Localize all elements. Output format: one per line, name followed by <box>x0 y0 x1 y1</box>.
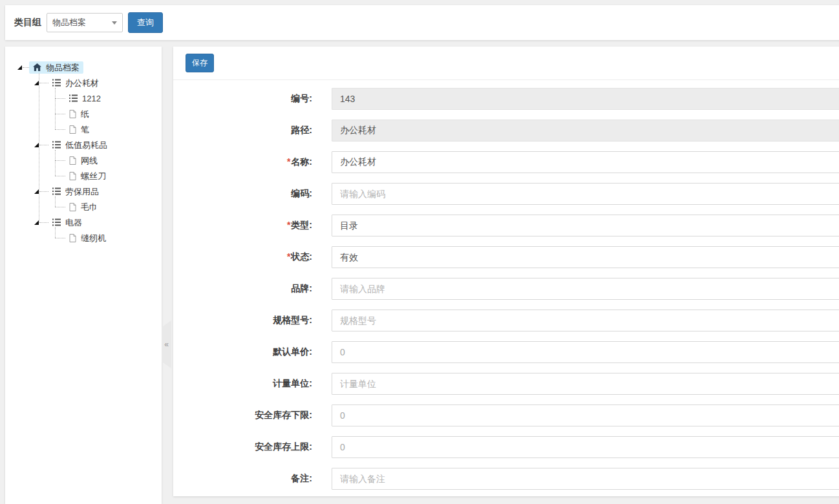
tree-node[interactable]: 劳保用品 <box>48 185 103 198</box>
type-label: *类型: <box>173 220 312 231</box>
tree-row: 纸 <box>17 106 159 121</box>
remark-label: 备注: <box>173 473 312 485</box>
tree-expand-icon[interactable] <box>34 189 39 194</box>
tree-node[interactable]: 办公耗材 <box>48 77 103 89</box>
tree-connector <box>39 191 48 192</box>
stock-lower-input[interactable] <box>332 404 839 426</box>
number-label: 编号: <box>173 93 312 105</box>
form-row-brand: 品牌: <box>173 278 839 300</box>
required-mark: * <box>287 220 290 230</box>
form-row-unit: 计量单位: <box>173 373 839 395</box>
stock-upper-label: 安全库存上限: <box>173 441 312 453</box>
tree-node[interactable]: 网线 <box>65 154 101 167</box>
tree-node[interactable]: 笔 <box>65 123 93 136</box>
tree-node-label: 物品档案 <box>46 63 80 72</box>
tree-connector <box>55 207 65 207</box>
remark-input[interactable] <box>332 468 839 490</box>
tree-row: 低值易耗品 <box>17 137 159 152</box>
category-group-label: 类目组 <box>14 17 41 28</box>
path-label: 路径: <box>173 125 312 136</box>
file-icon <box>69 110 76 118</box>
code-input[interactable] <box>332 183 839 205</box>
file-icon <box>69 156 76 165</box>
tree-node-label: 低值易耗品 <box>65 141 107 149</box>
spec-input[interactable] <box>332 310 839 331</box>
brand-input[interactable] <box>332 278 839 300</box>
tree-node[interactable]: 低值易耗品 <box>48 139 111 151</box>
tree-connector <box>23 67 29 68</box>
tree-node-root[interactable]: 物品档案 <box>29 61 83 74</box>
default-price-label: 默认单价: <box>173 346 312 358</box>
tree-expand-icon[interactable] <box>34 220 39 226</box>
tree-row: 1212 <box>17 90 159 106</box>
list-icon <box>52 187 61 195</box>
tree-node[interactable]: 螺丝刀 <box>65 170 110 182</box>
number-input <box>332 88 839 110</box>
tree-children: 毛巾 <box>17 199 159 215</box>
list-icon <box>69 94 78 102</box>
tree-node-label: 笔 <box>81 125 89 134</box>
tree-node[interactable]: 1212 <box>65 92 105 105</box>
tree-node[interactable]: 纸 <box>65 108 93 120</box>
default-price-input[interactable] <box>332 341 839 363</box>
chevron-down-icon <box>112 21 117 25</box>
name-input[interactable] <box>332 151 839 173</box>
tree-node-label: 电器 <box>65 218 82 227</box>
detail-form-panel: 保存 编号: 路径: *名称: 编码: *类型: 目录 <box>173 47 839 496</box>
tree-connector <box>55 176 65 176</box>
tree-row: 笔 <box>17 121 159 137</box>
status-select[interactable]: 有效 <box>332 246 839 268</box>
tree-expand-icon[interactable] <box>34 80 39 86</box>
form-row-type: *类型: 目录 <box>173 215 839 236</box>
sidebar-collapse-handle[interactable]: « <box>162 320 171 368</box>
tree-node-label: 1212 <box>82 94 101 103</box>
code-label: 编码: <box>173 188 312 200</box>
tree-expand-icon[interactable] <box>34 142 39 148</box>
stock-lower-label: 安全库存下限: <box>173 410 312 421</box>
category-group-select[interactable]: 物品档案 <box>47 13 123 32</box>
tree-connector <box>39 222 48 223</box>
tree-row: 网线 <box>17 152 159 168</box>
tree-connector <box>39 83 48 83</box>
form-row-stock-lower: 安全库存下限: <box>173 404 839 426</box>
tree-connector <box>55 238 65 238</box>
list-icon <box>52 141 61 149</box>
tree-connector <box>55 114 65 114</box>
tree-connector <box>39 145 48 145</box>
stock-upper-input[interactable] <box>332 436 839 458</box>
form-row-default-price: 默认单价: <box>173 341 839 363</box>
tree-node[interactable]: 缝纫机 <box>65 232 110 244</box>
tree-node-label: 劳保用品 <box>65 187 99 196</box>
name-label: *名称: <box>173 156 312 168</box>
spec-label: 规格型号: <box>173 315 312 326</box>
category-group-select-value: 物品档案 <box>52 17 109 28</box>
tree-connector <box>55 160 65 161</box>
form-row-status: *状态: 有效 <box>173 246 839 268</box>
file-icon <box>69 172 76 180</box>
home-icon <box>33 63 41 71</box>
form-row-code: 编码: <box>173 183 839 205</box>
tree-node[interactable]: 电器 <box>48 216 86 229</box>
unit-input[interactable] <box>332 373 839 395</box>
tree-node[interactable]: 毛巾 <box>65 201 101 213</box>
tree-row: 螺丝刀 <box>17 168 159 184</box>
tree-row: 电器 <box>17 215 159 230</box>
save-button[interactable]: 保存 <box>186 54 214 72</box>
required-mark: * <box>287 251 290 262</box>
query-button[interactable]: 查询 <box>128 12 163 33</box>
top-filter-bar: 类目组 物品档案 查询 <box>5 5 839 40</box>
tree-row-root: 物品档案 <box>17 59 159 75</box>
tree-row: 劳保用品 <box>17 184 159 199</box>
file-icon <box>69 125 76 134</box>
tree-node-label: 缝纫机 <box>81 234 106 242</box>
tree-children: 网线 螺丝刀 <box>17 152 159 184</box>
file-icon <box>69 203 76 211</box>
form-row-name: *名称: <box>173 151 839 173</box>
type-select[interactable]: 目录 <box>332 215 839 236</box>
tree-expand-icon[interactable] <box>17 65 23 70</box>
form-row-number: 编号: <box>173 88 839 110</box>
tree-row: 毛巾 <box>17 199 159 215</box>
form-row-remark: 备注: <box>173 468 839 490</box>
collapse-left-icon: « <box>164 340 169 349</box>
tree-node-label: 毛巾 <box>81 203 98 211</box>
